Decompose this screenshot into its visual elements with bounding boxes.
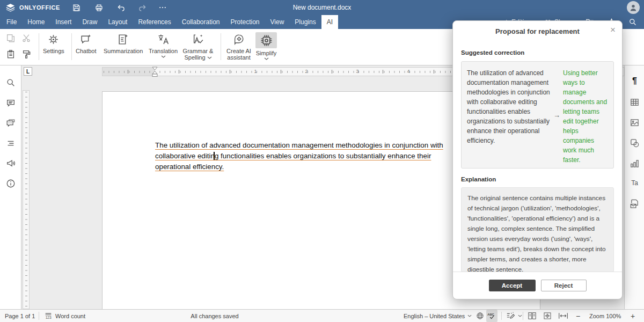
create-ai-label-line1: Create AI bbox=[226, 48, 251, 54]
format-painter-button[interactable] bbox=[21, 49, 31, 59]
grammar-label-line2: Spelling bbox=[184, 54, 205, 61]
tab-protection[interactable]: Protection bbox=[225, 15, 265, 29]
gear-icon bbox=[48, 34, 59, 45]
zoom-out-button[interactable]: − bbox=[576, 310, 580, 322]
image-settings-button[interactable] bbox=[630, 118, 640, 128]
summarization-button[interactable]: Summarization bbox=[104, 32, 143, 54]
explanation-box[interactable]: The original sentence contains multiple … bbox=[461, 187, 614, 272]
ribbon-separator bbox=[221, 33, 221, 60]
two-pages-icon bbox=[528, 312, 537, 320]
feedback-button[interactable] bbox=[6, 158, 16, 168]
simplify-icon bbox=[260, 34, 273, 47]
tab-view[interactable]: View bbox=[265, 15, 290, 29]
zoom-level[interactable]: Zoom 100% bbox=[589, 310, 621, 322]
simplify-label: Simplify bbox=[256, 50, 277, 56]
left-sidebar bbox=[0, 65, 21, 309]
vertical-ruler[interactable] bbox=[23, 90, 30, 309]
cut-button[interactable] bbox=[21, 33, 31, 43]
indent-marker[interactable] bbox=[152, 67, 158, 78]
ruler-number: 3 bbox=[356, 69, 358, 74]
suggested-correction-label: Suggested correction bbox=[461, 49, 524, 56]
track-changes-icon bbox=[506, 312, 515, 320]
chart-settings-button[interactable] bbox=[630, 158, 640, 169]
copy-button[interactable] bbox=[6, 33, 16, 43]
print-button[interactable] bbox=[93, 2, 104, 13]
reject-button[interactable]: Reject bbox=[541, 280, 587, 291]
paste-icon bbox=[6, 49, 16, 59]
user-icon bbox=[629, 3, 638, 12]
ruler-number: 1 bbox=[254, 69, 257, 74]
tab-layout[interactable]: Layout bbox=[103, 15, 133, 29]
tab-file[interactable]: File bbox=[1, 15, 22, 29]
tab-home[interactable]: Home bbox=[22, 15, 50, 29]
two-pages-view-button[interactable] bbox=[528, 310, 537, 322]
page-indicator[interactable]: Page 1 of 1 bbox=[5, 310, 35, 322]
app-name: ONLYOFFICE bbox=[19, 4, 60, 11]
chat-button[interactable] bbox=[6, 118, 16, 128]
abc-glyph: ABC bbox=[487, 313, 494, 316]
translation-icon bbox=[157, 33, 170, 46]
dialog-footer: Accept Reject bbox=[453, 272, 622, 299]
chatbot-button[interactable]: Chatbot bbox=[76, 32, 97, 54]
search-icon bbox=[6, 78, 16, 87]
replacement-text: Using better ways to manage documents an… bbox=[563, 68, 608, 162]
grammar-spelling-button[interactable]: Grammar & Spelling bbox=[182, 32, 214, 61]
dialog-title: Proposal for replacement bbox=[453, 27, 622, 35]
fit-page-button[interactable] bbox=[543, 310, 552, 322]
tab-references[interactable]: References bbox=[133, 15, 176, 29]
tab-plugins[interactable]: Plugins bbox=[289, 15, 321, 29]
summarization-icon bbox=[117, 33, 129, 46]
suggested-correction-box: The utilization of advanced documentatio… bbox=[461, 61, 614, 169]
zoom-in-button[interactable]: + bbox=[631, 310, 635, 322]
search-button[interactable] bbox=[628, 15, 637, 29]
mail-merge-button[interactable] bbox=[630, 199, 640, 209]
chatbot-label: Chatbot bbox=[76, 48, 97, 54]
comments-button[interactable] bbox=[6, 98, 16, 108]
tab-draw[interactable]: Draw bbox=[77, 15, 103, 29]
more-actions-button[interactable] bbox=[157, 2, 168, 13]
explanation-label: Explanation bbox=[461, 176, 496, 182]
word-count-label: Word count bbox=[55, 313, 85, 319]
redo-icon bbox=[138, 3, 147, 12]
simplify-button[interactable]: Simplify bbox=[254, 32, 279, 60]
find-button[interactable] bbox=[6, 78, 16, 87]
track-changes-button[interactable] bbox=[506, 310, 522, 322]
user-avatar[interactable] bbox=[627, 1, 640, 14]
translation-button[interactable]: Translation bbox=[149, 32, 178, 58]
dialog-close-button[interactable]: × bbox=[610, 25, 616, 35]
language-selector[interactable]: English – United States bbox=[404, 310, 472, 322]
app-logo: ONLYOFFICE bbox=[0, 3, 60, 13]
mail-merge-icon bbox=[630, 199, 640, 209]
fit-width-button[interactable] bbox=[558, 310, 568, 322]
tab-insert[interactable]: Insert bbox=[50, 15, 77, 29]
tab-stop-selector[interactable]: L bbox=[24, 67, 32, 76]
document-text[interactable]: The utilization of advanced documentatio… bbox=[155, 140, 443, 172]
paragraph-icon: ¶ bbox=[632, 76, 637, 86]
grammar-label-line1: Grammar & bbox=[183, 48, 214, 54]
paragraph-settings-button[interactable]: ¶ bbox=[630, 76, 640, 86]
redo-button[interactable] bbox=[137, 2, 148, 13]
text-cursor bbox=[214, 152, 215, 160]
document-language-button[interactable] bbox=[476, 310, 484, 322]
accept-button[interactable]: Accept bbox=[489, 280, 536, 291]
tab-ai[interactable]: AI bbox=[321, 15, 338, 29]
text-art-settings-button[interactable]: Ta bbox=[630, 178, 640, 188]
statusbar-divider bbox=[523, 312, 523, 320]
word-count-button[interactable]: 123 Word count bbox=[44, 310, 85, 322]
headings-icon bbox=[6, 138, 16, 148]
tab-collaboration[interactable]: Collaboration bbox=[177, 15, 225, 29]
chat-icon bbox=[6, 118, 16, 128]
shape-settings-button[interactable] bbox=[630, 138, 640, 148]
paste-button[interactable] bbox=[6, 49, 16, 59]
create-ai-assistant-button[interactable]: Create AI assistant bbox=[225, 32, 252, 61]
chatbot-icon bbox=[80, 33, 92, 46]
about-button[interactable] bbox=[6, 179, 16, 188]
grammar-spelling-icon bbox=[192, 33, 204, 46]
table-settings-button[interactable] bbox=[630, 97, 640, 107]
spellcheck-toggle[interactable]: ABC bbox=[486, 310, 497, 322]
undo-button[interactable] bbox=[115, 2, 126, 13]
ribbon-separator bbox=[71, 33, 72, 60]
save-button[interactable] bbox=[71, 2, 82, 13]
headings-navigation-button[interactable] bbox=[6, 138, 16, 148]
ai-settings-button[interactable]: Settings bbox=[43, 32, 64, 54]
